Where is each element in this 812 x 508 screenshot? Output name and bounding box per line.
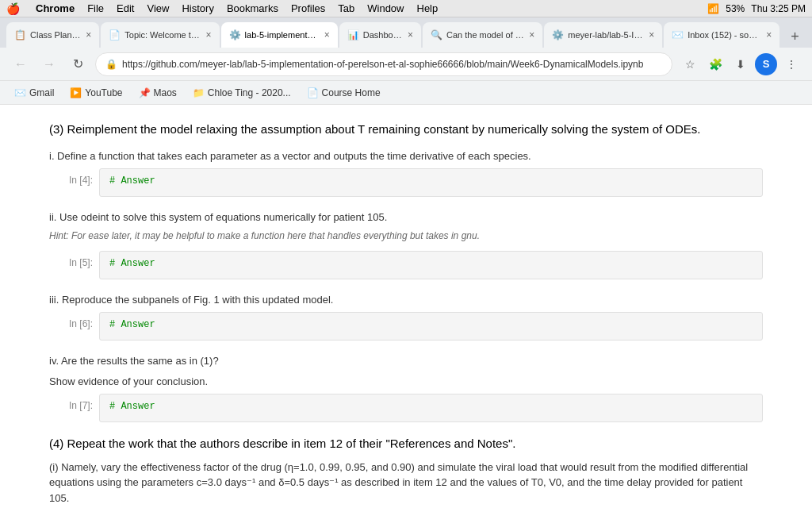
- cell5-label: In [5]:: [49, 251, 93, 268]
- cell6-label: In [6]:: [49, 312, 93, 329]
- address-bar[interactable]: 🔒 https://github.com/meyer-lab/lab-5-imp…: [95, 52, 672, 76]
- tab-label-6: meyer-lab/lab-5-Im...: [568, 30, 644, 40]
- menubar-edit[interactable]: Edit: [117, 2, 134, 14]
- tab-class-planner[interactable]: 📋 Class Planner ×: [6, 22, 99, 48]
- menubar-view[interactable]: View: [147, 2, 169, 14]
- back-button[interactable]: ←: [10, 53, 32, 75]
- extensions-button[interactable]: 🧩: [704, 53, 726, 75]
- menubar-profiles[interactable]: Profiles: [291, 2, 325, 14]
- cell-row-4: In [4]: # Answer: [49, 168, 763, 197]
- forward-button[interactable]: →: [38, 53, 60, 75]
- menubar-window[interactable]: Window: [367, 2, 404, 14]
- tab-label-5: Can the model of vi...: [446, 30, 524, 40]
- menubar-bookmarks[interactable]: Bookmarks: [227, 2, 278, 14]
- tab-close-4[interactable]: ×: [408, 29, 413, 40]
- tab-favicon-4: 📊: [347, 29, 358, 40]
- tab-close-3[interactable]: ×: [324, 29, 330, 40]
- section4-desc: (i) Namely, vary the effectiveness facto…: [49, 460, 763, 506]
- section3iv-label: iv. Are the results the same as in (1)?: [49, 353, 763, 369]
- cell7-code[interactable]: # Answer: [99, 394, 763, 422]
- tab-lab5[interactable]: ⚙️ lab-5-implementati... ×: [221, 22, 338, 48]
- chloe-icon: 📁: [193, 87, 205, 98]
- wifi-icon: 📶: [707, 3, 719, 14]
- cell4-code[interactable]: # Answer: [99, 168, 763, 197]
- bookmark-chloe-label: Chloe Ting - 2020...: [208, 87, 291, 98]
- menubar-right: 📶 53% Thu 3:25 PM: [707, 3, 806, 14]
- menubar-chrome[interactable]: Chrome: [36, 2, 75, 14]
- bookmark-gmail[interactable]: ✉️ Gmail: [10, 86, 59, 100]
- tab-label-4: Dashboard: [363, 30, 403, 40]
- menubar-file[interactable]: File: [87, 2, 104, 14]
- bookmark-star-button[interactable]: ☆: [679, 53, 701, 75]
- menubar-help[interactable]: Help: [417, 2, 439, 14]
- bookmark-course-home[interactable]: 📄 Course Home: [302, 86, 385, 100]
- section3ii-hint: Hint: For ease later, it may be helpful …: [49, 230, 763, 241]
- tab-favicon-3: ⚙️: [229, 29, 240, 40]
- tab-bar: 📋 Class Planner × 📄 Topic: Welcome to ..…: [0, 17, 812, 48]
- battery-status: 53%: [726, 3, 745, 14]
- tab-label-1: Class Planner: [30, 30, 81, 40]
- notebook-content: (3) Reimplement the model relaxing the a…: [49, 121, 763, 508]
- tab-favicon-1: 📋: [14, 29, 25, 40]
- bookmark-youtube-label: YouTube: [85, 87, 122, 98]
- menubar-tab[interactable]: Tab: [338, 2, 354, 14]
- tab-meyer-lab[interactable]: ⚙️ meyer-lab/lab-5-Im... ×: [544, 22, 662, 48]
- bookmark-maos[interactable]: 📌 Maos: [134, 86, 182, 100]
- bookmarks-bar: ✉️ Gmail ▶️ YouTube 📌 Maos 📁 Chloe Ting …: [0, 81, 812, 105]
- address-text: https://github.com/meyer-lab/lab-5-imple…: [122, 59, 662, 70]
- gmail-icon: ✉️: [14, 87, 26, 98]
- clock: Thu 3:25 PM: [751, 3, 806, 14]
- section3-header: (3) Reimplement the model relaxing the a…: [49, 121, 763, 139]
- section3iv-subtext: Show evidence of your conclusion.: [49, 374, 763, 390]
- section3i-label: i. Define a function that takes each par…: [49, 148, 763, 164]
- cell-row-7: In [7]: # Answer: [49, 394, 763, 422]
- tab-label-7: Inbox (152) - soph...: [688, 30, 761, 40]
- tab-inbox[interactable]: ✉️ Inbox (152) - soph... ×: [664, 22, 779, 48]
- chrome-window: 📋 Class Planner × 📄 Topic: Welcome to ..…: [0, 17, 812, 508]
- tab-close-5[interactable]: ×: [529, 29, 534, 40]
- section3ii-label: ii. Use odeint to solve this system of e…: [49, 210, 763, 225]
- cell-row-6: In [6]: # Answer: [49, 312, 763, 341]
- menubar: 🍎 Chrome File Edit View History Bookmark…: [0, 0, 812, 17]
- page-content: (3) Reimplement the model relaxing the a…: [0, 105, 812, 508]
- tab-label-2: Topic: Welcome to ...: [124, 30, 201, 40]
- tab-topic[interactable]: 📄 Topic: Welcome to ... ×: [101, 22, 219, 48]
- tab-favicon-7: ✉️: [672, 29, 683, 40]
- tab-label-3: lab-5-implementati...: [245, 30, 320, 40]
- profile-button[interactable]: S: [755, 53, 777, 75]
- tab-favicon-5: 🔍: [431, 29, 442, 40]
- downloads-button[interactable]: ⬇: [730, 53, 752, 75]
- bookmark-gmail-label: Gmail: [29, 87, 54, 98]
- tab-close-2[interactable]: ×: [206, 29, 212, 40]
- maos-icon: 📌: [139, 87, 151, 98]
- cell4-label: In [4]:: [49, 168, 93, 186]
- new-tab-button[interactable]: +: [784, 25, 806, 48]
- cell5-code[interactable]: # Answer: [99, 251, 763, 279]
- bookmark-maos-label: Maos: [154, 87, 177, 98]
- youtube-icon: ▶️: [70, 87, 82, 98]
- tab-favicon-2: 📄: [109, 29, 120, 40]
- apple-menu[interactable]: 🍎: [6, 2, 20, 15]
- tab-dashboard[interactable]: 📊 Dashboard ×: [339, 22, 421, 48]
- bookmark-course-home-label: Course Home: [322, 87, 381, 98]
- reload-button[interactable]: ↻: [67, 53, 89, 75]
- tab-close-1[interactable]: ×: [86, 29, 91, 40]
- cell6-code[interactable]: # Answer: [99, 312, 763, 341]
- cell7-label: In [7]:: [49, 394, 93, 411]
- cell-row-5: In [5]: # Answer: [49, 251, 763, 279]
- bookmark-youtube[interactable]: ▶️ YouTube: [65, 86, 127, 100]
- course-home-icon: 📄: [307, 87, 319, 98]
- section4-header: (4) Repeat the work that the authors des…: [49, 435, 763, 453]
- toolbar: ← → ↻ 🔒 https://github.com/meyer-lab/lab…: [0, 48, 812, 81]
- menu-button[interactable]: ⋮: [780, 53, 802, 75]
- tab-favicon-6: ⚙️: [552, 29, 563, 40]
- lock-icon: 🔒: [105, 59, 117, 70]
- section3iii-label: iii. Reproduce the subpanels of Fig. 1 w…: [49, 292, 763, 308]
- toolbar-icons: ☆ 🧩 ⬇ S ⋮: [679, 53, 802, 75]
- tab-close-7[interactable]: ×: [766, 29, 772, 40]
- menubar-history[interactable]: History: [182, 2, 213, 14]
- tab-can-model[interactable]: 🔍 Can the model of vi... ×: [423, 22, 542, 48]
- tab-close-6[interactable]: ×: [649, 29, 654, 40]
- bookmark-chloe[interactable]: 📁 Chloe Ting - 2020...: [188, 86, 296, 100]
